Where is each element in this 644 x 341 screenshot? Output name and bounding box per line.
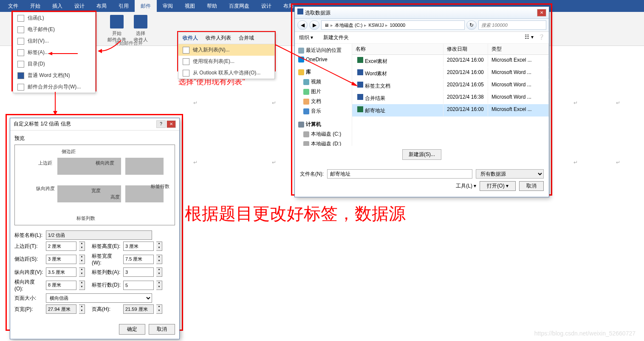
col-name[interactable]: 名称 [352,44,443,54]
dialog-titlebar[interactable]: 自定义标签 1/2 信函 信息 ? ✕ [10,118,179,131]
recip-tab-1[interactable]: 收件人 [181,34,200,43]
tab-view[interactable]: 视图 [179,0,201,12]
tab-mailings[interactable]: 邮件 [135,0,157,12]
pwidth-input[interactable] [46,304,76,314]
paragraph-mark: ↵ [193,159,198,165]
spinner[interactable]: ▲▼ [156,281,162,290]
menu-type-new-list[interactable]: 键入新列表(N)... [178,44,274,56]
spinner[interactable]: ▲▼ [79,304,85,314]
sidebar-music[interactable]: 音乐 [297,106,350,116]
breadcrumb[interactable]: 🖥▸ 本地磁盘 (C:)▸ KSWJJ▸ 100000 [321,20,465,30]
wizard-icon [17,84,24,91]
new-list-icon [183,47,189,54]
file-dialog-titlebar[interactable]: 选取数据源 ✕ [295,7,549,19]
menu-normal-doc[interactable]: 普通 Word 文档(N) [13,70,95,81]
music-icon [303,108,309,114]
file-list: 名称 修改日期 类型 Excel素材2020/12/4 16:00Microso… [352,44,549,146]
sidebar-disk-d[interactable]: 本地磁盘 (D:) [297,139,350,146]
spinner[interactable]: ▲▼ [156,242,162,251]
filter-select[interactable]: 所有数据源 [476,169,544,179]
side-margin-input[interactable] [46,255,76,264]
word-icon [357,94,363,100]
word-icon [17,72,24,79]
svg-marker-4 [351,82,358,86]
back-button[interactable]: ◀ [297,20,308,30]
label-width-input[interactable] [123,255,154,264]
close-button[interactable]: ✕ [537,9,546,17]
recipients-icon [134,15,147,28]
sidebar-documents[interactable]: 文档 [297,97,350,106]
label-name-input[interactable] [46,230,152,240]
cols-input[interactable] [123,267,154,277]
menu-outlook-contacts[interactable]: 从 Outlook 联系人中选择(O)... [178,67,274,79]
cancel-button[interactable]: 取消 [519,181,544,191]
menu-envelopes[interactable]: 信封(V)... [13,35,95,47]
vpitch-input[interactable] [46,267,76,277]
dialog-title: 自定义标签 1/2 信函 信息 [14,120,71,128]
refresh-button[interactable]: ↻ [466,20,477,30]
tab-help[interactable]: 帮助 [201,0,223,12]
filename-input[interactable] [327,169,472,179]
close-button[interactable]: ✕ [167,120,176,128]
recipients-menu: 收件人 收件人列表 合并域 键入新列表(N)... 使用现有列表(E)... 从… [178,32,275,79]
file-row[interactable]: Word素材2020/12/4 16:00Microsoft Word ... [352,67,549,80]
pheight-input[interactable] [123,304,154,314]
search-input[interactable] [478,20,546,30]
rows-input[interactable] [123,281,154,290]
pagesize-select[interactable]: 横向信函 [46,293,152,303]
tab-review[interactable]: 审阅 [157,0,179,12]
arrow-to-labels [48,50,78,58]
tab-baidu[interactable]: 百度网盘 [223,0,255,12]
annotation-main: 根据题目更改好标签，数据源 [185,202,406,225]
tab-design2[interactable]: 设计 [255,0,277,12]
cancel-button[interactable]: 取消 [149,324,175,335]
computer-icon: 🖥 [324,23,329,28]
svg-marker-1 [48,52,52,55]
organize-button[interactable]: 组织 ▾ [299,34,313,40]
spinner[interactable]: ▲▼ [79,242,85,251]
file-row[interactable]: 邮寄地址2020/12/4 16:00Microsoft Excel ... [352,104,549,117]
help-button[interactable]: ? [156,120,166,128]
spinner[interactable]: ▲▼ [79,281,85,290]
sidebar-computer[interactable]: 计算机 [297,119,350,129]
open-button[interactable]: 打开(O) ▾ [480,181,516,191]
top-margin-input[interactable] [46,242,76,251]
file-row[interactable]: 标签主文档2020/12/4 16:05Microsoft Word ... [352,80,549,92]
select-recipients-button[interactable]: 选择 收件人 [133,14,148,43]
menu-directory[interactable]: 目录(D) [13,58,95,70]
disk-icon [303,141,309,146]
new-source-button[interactable]: 新建源(S)... [402,149,441,160]
col-date[interactable]: 修改日期 [443,44,488,54]
tools-button[interactable]: 工具(L) ▾ [456,182,476,190]
tab-references[interactable]: 引用 [113,0,135,12]
menu-use-existing-list[interactable]: 使用现有列表(E)... [178,56,274,67]
recip-tab-3[interactable]: 合并域 [237,34,256,43]
col-type[interactable]: 类型 [488,44,549,54]
menu-letters[interactable]: 信函(L) [13,12,95,24]
forward-button[interactable]: ▶ [309,20,319,30]
spinner[interactable]: ▲▼ [156,267,162,277]
menu-wizard[interactable]: 邮件合并分步向导(W)... [13,81,95,93]
directory-icon [17,61,24,68]
recip-tab-2[interactable]: 收件人列表 [204,34,233,43]
pc-icon [298,122,304,128]
view-button[interactable]: ☷ ▾ [525,34,533,40]
menu-email[interactable]: 电子邮件(E) [13,24,95,35]
new-folder-button[interactable]: 新建文件夹 [323,34,349,40]
file-row[interactable]: Excel素材2020/12/4 16:00Microsoft Excel ..… [352,55,549,67]
label-icon [17,49,24,56]
spinner[interactable]: ▲▼ [156,255,162,264]
file-dialog-title: 选取数据源 [305,10,330,16]
label-height-input[interactable] [123,242,154,251]
hpitch-input[interactable] [46,281,76,290]
spinner[interactable]: ▲▼ [79,267,85,277]
help-button[interactable]: ❔ [538,34,545,40]
file-row[interactable]: 合并结果2020/12/4 16:38Microsoft Word ... [352,92,549,104]
spinner[interactable]: ▲▼ [79,255,85,264]
label-options-dialog: 自定义标签 1/2 信函 信息 ? ✕ 预览 侧边距 上边距 横向跨度 纵向跨度… [10,118,180,339]
spinner[interactable]: ▲▼ [156,304,162,314]
ok-button[interactable]: 确定 [119,324,145,335]
start-mail-merge-button[interactable]: 开始 邮件合并 [107,14,126,43]
sidebar-disk-c[interactable]: 本地磁盘 (C:) [297,129,350,139]
watermark: https://blog.csdn.net/weixin_52660727 [534,330,636,337]
